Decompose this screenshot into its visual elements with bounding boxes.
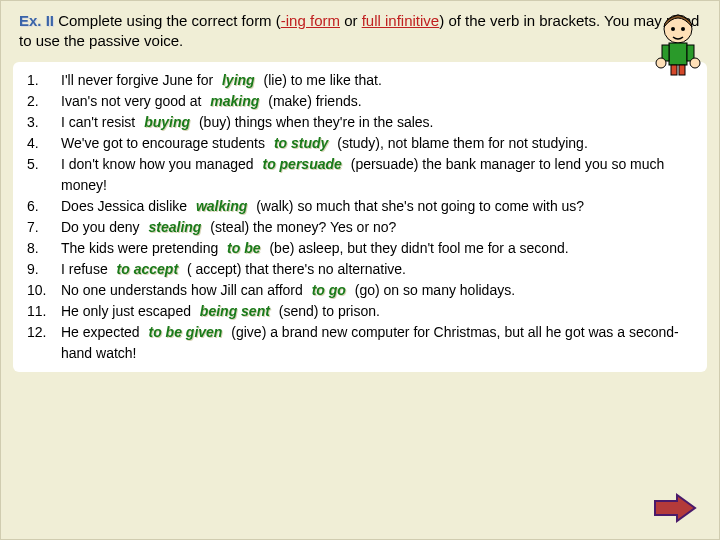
- answer-text: buying: [139, 114, 195, 130]
- list-item: 1.I'll never forgive June for lying (lie…: [27, 70, 693, 91]
- svg-point-7: [690, 58, 700, 68]
- list-item: 5.I don't know how you managed to persua…: [27, 154, 693, 196]
- item-number: 4.: [27, 133, 61, 154]
- answer-text: to be: [222, 240, 265, 256]
- list-item: 2.Ivan's not very good at making (make) …: [27, 91, 693, 112]
- item-sentence: Ivan's not very good at making (make) fr…: [61, 91, 693, 112]
- list-item: 4.We've got to encourage students to stu…: [27, 133, 693, 154]
- item-sentence: No one understands how Jill can afford t…: [61, 280, 693, 301]
- list-item: 9.I refuse to accept ( accept) that ther…: [27, 259, 693, 280]
- item-sentence: He only just escaped being sent (send) t…: [61, 301, 693, 322]
- item-number: 8.: [27, 238, 61, 259]
- item-sentence: Does Jessica dislike walking (walk) so m…: [61, 196, 693, 217]
- list-item: 3.I can't resist buying (buy) things whe…: [27, 112, 693, 133]
- item-number: 9.: [27, 259, 61, 280]
- list-item: 11.He only just escaped being sent (send…: [27, 301, 693, 322]
- answer-text: to accept: [112, 261, 183, 277]
- highlight-full-infinitive: full infinitive: [362, 12, 440, 29]
- svg-marker-10: [655, 495, 695, 521]
- item-number: 7.: [27, 217, 61, 238]
- item-number: 6.: [27, 196, 61, 217]
- item-number: 3.: [27, 112, 61, 133]
- item-sentence: I don't know how you managed to persuade…: [61, 154, 693, 196]
- item-sentence: Do you deny stealing (steal) the money? …: [61, 217, 693, 238]
- item-sentence: We've got to encourage students to study…: [61, 133, 693, 154]
- item-sentence: He expected to be given (give) a brand n…: [61, 322, 693, 364]
- answer-text: making: [205, 93, 264, 109]
- item-sentence: I refuse to accept ( accept) that there'…: [61, 259, 693, 280]
- item-sentence: The kids were pretending to be (be) asle…: [61, 238, 693, 259]
- answer-text: to go: [307, 282, 351, 298]
- item-sentence: I'll never forgive June for lying (lie) …: [61, 70, 693, 91]
- exercise-label: Ex. II: [19, 12, 54, 29]
- svg-point-6: [656, 58, 666, 68]
- item-number: 1.: [27, 70, 61, 91]
- answer-text: to be given: [144, 324, 228, 340]
- cartoon-boy-icon: [647, 7, 709, 77]
- answer-text: being sent: [195, 303, 275, 319]
- answer-text: to study: [269, 135, 333, 151]
- instruction-text-1: Complete using the correct form (: [54, 12, 281, 29]
- next-arrow-button[interactable]: [653, 493, 697, 523]
- list-item: 10.No one understands how Jill can affor…: [27, 280, 693, 301]
- svg-point-1: [671, 27, 675, 31]
- item-number: 2.: [27, 91, 61, 112]
- item-number: 10.: [27, 280, 61, 301]
- list-item: 8.The kids were pretending to be (be) as…: [27, 238, 693, 259]
- exercise-list: 1.I'll never forgive June for lying (lie…: [13, 62, 707, 372]
- list-item: 7.Do you deny stealing (steal) the money…: [27, 217, 693, 238]
- item-number: 12.: [27, 322, 61, 364]
- item-number: 5.: [27, 154, 61, 196]
- svg-point-2: [681, 27, 685, 31]
- slide: Ex. II Complete using the correct form (…: [0, 0, 720, 540]
- instruction-text-2: or: [340, 12, 362, 29]
- answer-text: walking: [191, 198, 252, 214]
- item-sentence: I can't resist buying (buy) things when …: [61, 112, 693, 133]
- svg-rect-3: [669, 43, 687, 65]
- answer-text: lying: [217, 72, 260, 88]
- item-number: 11.: [27, 301, 61, 322]
- answer-text: stealing: [144, 219, 207, 235]
- exercise-instruction: Ex. II Complete using the correct form (…: [1, 1, 719, 58]
- list-item: 12.He expected to be given (give) a bran…: [27, 322, 693, 364]
- highlight-ing-form: -ing form: [281, 12, 340, 29]
- answer-text: to persuade: [257, 156, 346, 172]
- list-item: 6.Does Jessica dislike walking (walk) so…: [27, 196, 693, 217]
